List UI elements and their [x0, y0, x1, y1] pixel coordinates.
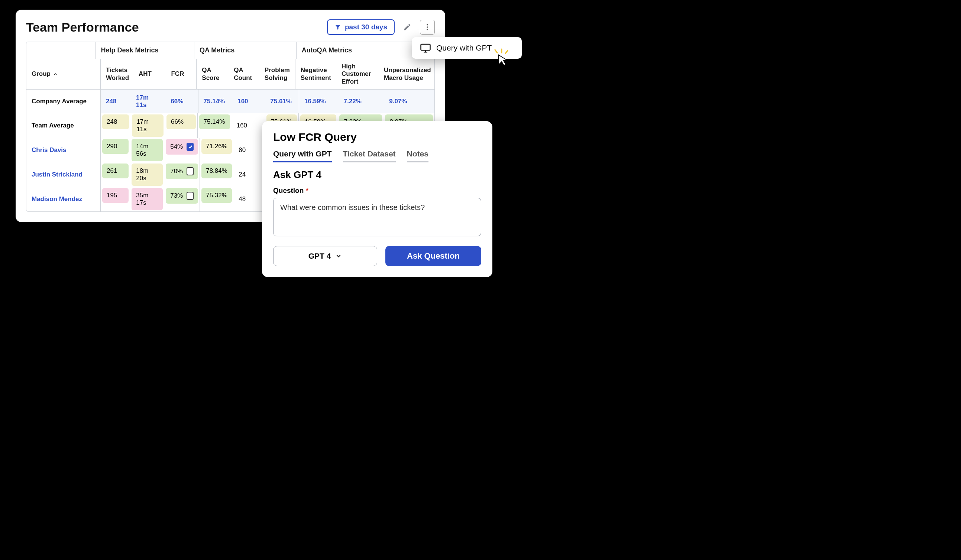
- cell-tw: 261: [101, 162, 130, 187]
- col-high-customer-effort[interactable]: High Customer Effort: [336, 59, 379, 89]
- fcr-value: 73%: [170, 192, 183, 199]
- cell-qac: 160: [232, 90, 265, 113]
- svg-point-1: [427, 26, 428, 28]
- row-name: Company Average: [26, 90, 101, 113]
- cell-qas: 75.14%: [198, 90, 233, 113]
- fcr-checkbox[interactable]: [186, 143, 194, 151]
- cell-aht: 18m 20s: [130, 162, 164, 187]
- ask-gpt-title: Ask GPT 4: [273, 169, 481, 181]
- col-group[interactable]: Group: [26, 59, 101, 89]
- row-name: Team Average: [26, 113, 101, 138]
- cell-hce: 7.22%: [339, 90, 384, 113]
- cell-tw: 290: [101, 138, 130, 162]
- cell-aht: 17m 11s: [131, 90, 166, 113]
- cell-aht: 14m 56s: [130, 138, 164, 162]
- tab-ticket-dataset[interactable]: Ticket Dataset: [343, 149, 396, 162]
- cell-fcr: 73%: [164, 187, 200, 212]
- col-negative-sentiment[interactable]: Negative Sentiment: [296, 59, 336, 89]
- low-fcr-query-card: Low FCR Query Query with GPT Ticket Data…: [262, 121, 492, 277]
- svg-rect-3: [421, 44, 430, 50]
- row-name-link[interactable]: Chris Davis: [26, 138, 101, 162]
- cell-fcr: 66%: [165, 113, 198, 138]
- cell-qac: 160: [231, 113, 265, 138]
- col-fcr[interactable]: FCR: [166, 59, 196, 89]
- fcr-checkbox[interactable]: [186, 167, 194, 175]
- tab-query-gpt[interactable]: Query with GPT: [273, 149, 332, 162]
- cell-qas: 75.32%: [200, 187, 233, 212]
- page-title: Team Performance: [26, 20, 139, 35]
- fcr-checkbox[interactable]: [186, 192, 194, 200]
- row-name-link[interactable]: Madison Mendez: [26, 187, 101, 212]
- model-label: GPT 4: [309, 252, 331, 260]
- model-select[interactable]: GPT 4: [273, 246, 377, 266]
- fcr-value: 54%: [170, 143, 183, 151]
- pencil-icon: [403, 23, 411, 31]
- cursor-accent: [492, 48, 511, 68]
- table-column-header: Group Tickets Worked AHT FCR QA Score QA…: [26, 59, 434, 90]
- cell-fcr: 66%: [166, 90, 198, 113]
- query-actions: GPT 4 Ask Question: [273, 246, 481, 266]
- chevron-up-icon: [53, 72, 58, 77]
- table-group-header: Help Desk Metrics QA Metrics AutoQA Metr…: [26, 42, 434, 59]
- monitor-icon: [420, 42, 431, 53]
- col-aht[interactable]: AHT: [133, 59, 166, 89]
- question-input[interactable]: [273, 198, 481, 236]
- svg-line-6: [505, 51, 508, 53]
- svg-line-4: [495, 50, 497, 53]
- more-vertical-icon: [423, 23, 431, 31]
- fcr-value: 70%: [170, 168, 183, 175]
- edit-button[interactable]: [400, 20, 415, 35]
- cell-ns: 16.59%: [299, 90, 339, 113]
- col-problem-solving[interactable]: Problem Solving: [259, 59, 296, 89]
- ask-question-button[interactable]: Ask Question: [386, 246, 481, 266]
- col-tickets-worked[interactable]: Tickets Worked: [101, 59, 133, 89]
- cell-fcr: 54%: [164, 138, 200, 162]
- query-tabs: Query with GPT Ticket Dataset Notes: [273, 149, 481, 162]
- more-button[interactable]: [420, 20, 435, 35]
- cell-fcr: 70%: [164, 162, 200, 187]
- cell-qas: 75.14%: [198, 113, 231, 138]
- table-row-company-average: Company Average 248 17m 11s 66% 75.14% 1…: [26, 90, 434, 113]
- title-row: Team Performance past 30 days: [26, 19, 435, 35]
- title-actions: past 30 days: [327, 19, 435, 35]
- cell-aht: 35m 17s: [130, 187, 164, 212]
- svg-point-0: [427, 24, 428, 26]
- cell-qas: 78.84%: [200, 162, 233, 187]
- cell-tw: 248: [101, 113, 130, 138]
- cell-ps: 75.61%: [265, 90, 299, 113]
- question-label: Question *: [273, 186, 481, 195]
- col-unpersonalized-macro[interactable]: Unpersonalized Macro Usage: [379, 59, 434, 89]
- cell-tw: 195: [101, 187, 130, 212]
- col-qa-score[interactable]: QA Score: [196, 59, 228, 89]
- funnel-icon: [334, 24, 341, 30]
- group-header-blank: [26, 42, 95, 59]
- group-header-qa: QA Metrics: [194, 42, 297, 59]
- row-name-link[interactable]: Justin Strickland: [26, 162, 101, 187]
- col-group-label: Group: [32, 70, 51, 78]
- svg-point-2: [427, 29, 428, 30]
- cell-umu: 9.07%: [384, 90, 434, 113]
- cell-aht: 17m 11s: [130, 113, 165, 138]
- chevron-down-icon: [335, 253, 342, 259]
- tab-notes[interactable]: Notes: [407, 149, 429, 162]
- menu-label: Query with GPT: [436, 43, 492, 52]
- filter-label: past 30 days: [345, 23, 387, 31]
- group-header-helpdesk: Help Desk Metrics: [95, 42, 194, 59]
- cell-qas: 71.26%: [200, 138, 233, 162]
- query-title: Low FCR Query: [273, 131, 481, 143]
- filter-button[interactable]: past 30 days: [327, 19, 395, 35]
- cell-tw: 248: [101, 90, 131, 113]
- col-qa-count[interactable]: QA Count: [228, 59, 259, 89]
